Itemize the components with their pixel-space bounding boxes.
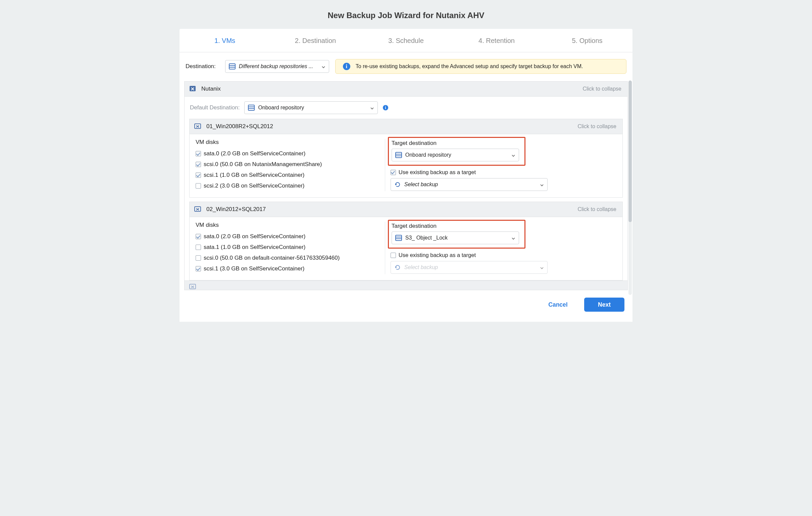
use-existing-label: Use existing backup as a target [399,169,476,175]
svg-rect-10 [396,152,402,158]
target-destination-label: Target destination [392,223,522,229]
disk-checkbox[interactable] [196,183,201,189]
chevron-down-icon [540,265,544,269]
target-destination-label: Target destination [392,140,522,147]
target-destination-select[interactable]: S3_ Object _Lock [392,231,519,244]
scrollbar-thumb[interactable] [629,81,632,222]
disk-label: scsi.2 (3.0 GB on SelfServiceContainer) [204,182,304,189]
vm-disks-label: VM disks [196,139,381,146]
scrollbar[interactable] [629,81,632,295]
vm-disks-label: VM disks [196,222,381,228]
disk-checkbox[interactable] [196,172,201,178]
destination-select[interactable]: Different backup repositories ... [225,60,329,73]
svg-rect-4 [248,105,254,110]
disk-checkbox[interactable] [196,162,201,167]
target-destination-highlight: Target destinationOnboard repository [388,137,525,166]
disk-row: scsi.0 (50.0 GB on NutanixManagementShar… [196,159,381,170]
collapse-hint: Click to collapse [577,206,616,212]
wizard-step-1[interactable]: 1. VMs [179,29,270,52]
svg-rect-14 [396,235,402,240]
vm-header[interactable]: 02_Win2012+SQL2017Click to collapse [190,202,622,217]
chevron-down-icon [370,106,374,110]
disk-checkbox[interactable] [196,234,201,239]
wizard-title: New Backup Job Wizard for Nutanix AHV [179,0,633,29]
default-destination-select[interactable]: Onboard repository [244,101,378,114]
restore-icon [394,181,401,188]
disk-checkbox[interactable] [196,151,201,156]
disk-row: sata.0 (2.0 GB on SelfServiceContainer) [196,148,381,159]
collapse-hint: Click to collapse [577,123,616,130]
target-destination-highlight: Target destinationS3_ Object _Lock [388,220,525,249]
repository-icon [248,105,255,111]
restore-icon [394,264,401,271]
wizard-step-5[interactable]: 5. Options [542,29,633,52]
svg-rect-0 [229,64,235,69]
select-backup-dropdown[interactable]: Select backup [390,178,548,191]
use-existing-checkbox[interactable] [390,253,396,258]
cluster-header[interactable]: Nutanix Click to collapse [184,82,628,97]
disk-row: sata.0 (2.0 GB on SelfServiceContainer) [196,231,381,242]
chevron-down-icon [321,64,325,68]
default-destination-value: Onboard repository [258,105,367,111]
cluster-panel: Nutanix Click to collapse Default Destin… [184,81,628,281]
disk-label: scsi.1 (1.0 GB on SelfServiceContainer) [204,172,304,178]
repository-icon [229,63,236,69]
select-backup-placeholder: Select backup [404,264,536,270]
wizard-step-3[interactable]: 3. Schedule [361,29,451,52]
disk-checkbox[interactable] [196,245,201,250]
use-existing-checkbox[interactable] [390,170,396,175]
wizard-steps: 1. VMs2. Destination3. Schedule4. Retent… [179,29,633,52]
info-icon: i [343,63,350,70]
chevron-down-icon [540,182,544,187]
target-destination-value: Onboard repository [405,152,508,158]
select-backup-placeholder: Select backup [404,181,536,188]
disk-checkbox[interactable] [196,266,201,271]
info-icon[interactable]: i [382,105,388,111]
vm-panel: 02_Win2012+SQL2017Click to collapseVM di… [189,202,623,281]
select-backup-dropdown: Select backup [390,261,548,274]
disk-label: scsi.0 (50.0 GB on NutanixManagementShar… [204,161,322,168]
vm-icon [188,283,197,290]
cluster-icon [188,85,197,93]
cluster-name: Nutanix [201,86,221,92]
use-existing-row: Use existing backup as a target [390,169,616,175]
target-destination-value: S3_ Object _Lock [405,235,508,241]
info-banner: i To re-use existing backups, expand the… [335,59,627,74]
vm-name: 02_Win2012+SQL2017 [206,206,266,213]
disk-label: sata.1 (1.0 GB on SelfServiceContainer) [204,244,305,251]
cancel-button[interactable]: Cancel [538,297,578,312]
disk-label: sata.0 (2.0 GB on SelfServiceContainer) [204,150,305,157]
repository-icon [395,152,402,158]
disk-row: scsi.1 (3.0 GB on SelfServiceContainer) [196,263,381,274]
disk-row: scsi.1 (1.0 GB on SelfServiceContainer) [196,170,381,180]
disk-checkbox[interactable] [196,255,201,261]
wizard-step-2[interactable]: 2. Destination [270,29,361,52]
disk-label: sata.0 (2.0 GB on SelfServiceContainer) [204,233,305,240]
target-destination-select[interactable]: Onboard repository [392,149,519,161]
default-destination-label: Default Destination: [190,104,239,111]
disk-label: scsi.0 (50.0 GB on default-container-561… [204,255,340,261]
vm-name: 01_Win2008R2+SQL2012 [206,123,273,130]
vm-panel: 01_Win2008R2+SQL2012Click to collapseVM … [189,119,623,198]
wizard-step-4[interactable]: 4. Retention [451,29,542,52]
repository-icon [395,235,402,241]
use-existing-row: Use existing backup as a target [390,252,616,258]
vm-icon [194,205,202,213]
destination-label: Destination: [185,63,216,70]
destination-value: Different backup repositories ... [239,63,318,69]
vm-icon [194,122,202,131]
disk-row: scsi.0 (50.0 GB on default-container-561… [196,253,381,263]
chevron-down-icon [511,236,515,240]
use-existing-label: Use existing backup as a target [399,252,476,258]
next-button[interactable]: Next [584,297,625,312]
vm-header[interactable]: 01_Win2008R2+SQL2012Click to collapse [190,119,622,134]
info-banner-text: To re-use existing backups, expand the A… [356,63,583,69]
disk-label: scsi.1 (3.0 GB on SelfServiceContainer) [204,265,304,272]
vm-panel-truncated [184,281,628,290]
disk-row: scsi.2 (3.0 GB on SelfServiceContainer) [196,180,381,191]
disk-row: sata.1 (1.0 GB on SelfServiceContainer) [196,242,381,253]
collapse-hint: Click to collapse [582,86,621,92]
chevron-down-icon [511,153,515,157]
